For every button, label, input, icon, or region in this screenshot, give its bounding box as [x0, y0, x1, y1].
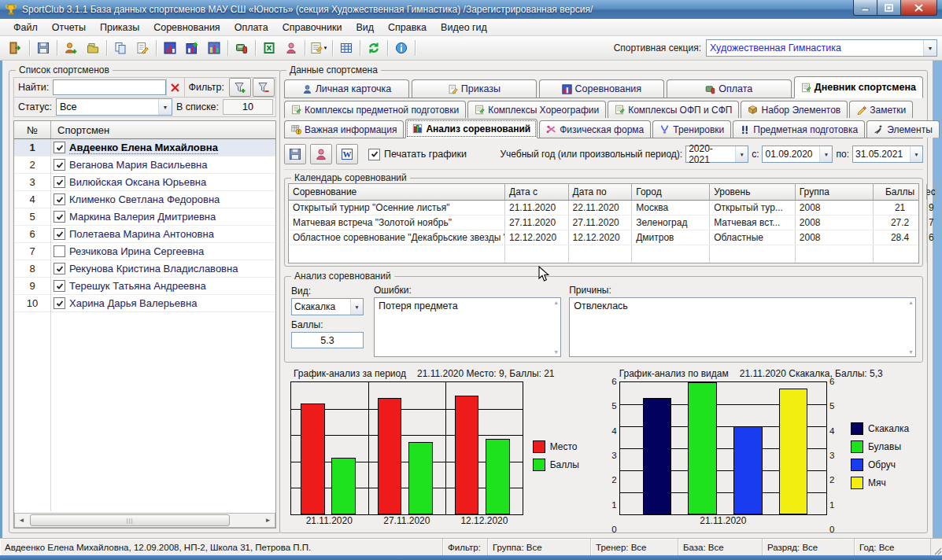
column-header[interactable]: Баллы: [874, 184, 928, 200]
athlete-checkbox[interactable]: [54, 297, 65, 309]
athlete-row[interactable]: 6Полетаева Марина Антоновна: [14, 226, 275, 243]
scroll-up-icon[interactable]: ▲: [908, 300, 914, 305]
tab-2[interactable]: Комплексы Хореографии: [467, 101, 606, 118]
athlete-checkbox[interactable]: [54, 159, 65, 171]
table-row[interactable]: Матчевая встреча "Золотой ноябрь"27.11.2…: [289, 216, 918, 230]
status-combobox[interactable]: Все ▼: [56, 98, 172, 116]
chart-columns-button[interactable]: [203, 38, 225, 58]
menu-item-4[interactable]: Соревнования: [146, 20, 227, 35]
athlete-report-button[interactable]: [280, 38, 302, 58]
column-header-num[interactable]: №: [14, 121, 51, 138]
reasons-textarea[interactable]: Отвлеклась ▲ ▼: [569, 297, 916, 357]
scroll-down-icon[interactable]: ▼: [553, 349, 559, 355]
athlete-row[interactable]: 8Рекунова Кристина Владиславовна: [14, 260, 275, 278]
chevron-down-icon[interactable]: ▼: [158, 99, 172, 115]
add-athlete-button[interactable]: [60, 38, 82, 58]
scroll-up-icon[interactable]: ▲: [553, 300, 559, 305]
copy-button[interactable]: [109, 38, 131, 58]
to-date-combobox[interactable]: 31.05.2021 ▼: [852, 146, 923, 163]
table-row[interactable]: Открытый турнир "Осенние листья"21.11.20…: [289, 201, 918, 216]
menu-item-7[interactable]: Вид: [349, 20, 381, 35]
scrollbar-thumb[interactable]: |||: [30, 514, 230, 526]
tab-5[interactable]: Дневник спортсмена: [794, 76, 923, 98]
refresh-button[interactable]: [363, 38, 385, 58]
tab-4[interactable]: Набор Элементов: [741, 101, 848, 118]
chevron-down-icon[interactable]: ▼: [323, 46, 328, 50]
from-date-combobox[interactable]: 01.09.2020 ▼: [762, 146, 833, 163]
tab-1[interactable]: Комплексы предметной подготовки: [284, 101, 466, 118]
menu-item-2[interactable]: Отчеты: [45, 20, 93, 35]
athlete-checkbox[interactable]: [54, 280, 65, 292]
edit-document-button[interactable]: [131, 38, 153, 58]
chart-add-button[interactable]: [181, 38, 203, 58]
chevron-down-icon[interactable]: ▼: [923, 40, 936, 56]
tab-2[interactable]: Приказы: [412, 79, 537, 98]
menu-item-9[interactable]: Видео гид: [434, 20, 494, 35]
tab-3[interactable]: Физическая форма: [539, 120, 651, 138]
athlete-checkbox[interactable]: [54, 142, 65, 153]
scroll-left-icon[interactable]: ◄: [15, 514, 28, 527]
column-header[interactable]: Дата по: [569, 184, 633, 200]
restore-button[interactable]: [877, 0, 900, 16]
chevron-down-icon[interactable]: ▼: [735, 146, 748, 162]
tab-2[interactable]: Анализ соревнований: [405, 119, 537, 138]
scroll-down-icon[interactable]: ▼: [908, 349, 914, 355]
filter-remove-button[interactable]: [253, 78, 275, 97]
menu-item-5[interactable]: Оплата: [227, 20, 275, 35]
tab-6[interactable]: Элементы: [866, 120, 940, 138]
tab-3[interactable]: Соревнования: [539, 79, 664, 98]
diary-word-export-button[interactable]: W: [336, 144, 358, 164]
filter-add-button[interactable]: [229, 78, 251, 97]
athlete-checkbox[interactable]: [54, 193, 65, 205]
chevron-down-icon[interactable]: ▼: [819, 146, 832, 162]
cash-register-button[interactable]: [231, 38, 253, 58]
chevron-down-icon[interactable]: ▼: [910, 146, 922, 162]
athlete-row[interactable]: 2Веганова Мария Васильевна: [14, 157, 275, 174]
excel-button[interactable]: [258, 38, 280, 58]
tab-4[interactable]: Оплата: [667, 79, 792, 98]
menu-item-8[interactable]: Справка: [381, 20, 434, 35]
athlete-checkbox[interactable]: [54, 176, 65, 188]
athlete-row[interactable]: 4Клименко Светлана Федоровна: [14, 191, 275, 208]
column-header[interactable]: Дата с: [505, 184, 569, 200]
search-input[interactable]: [53, 79, 165, 95]
diary-athlete-button[interactable]: [310, 144, 332, 164]
menu-item-3[interactable]: Приказы: [93, 20, 146, 35]
year-combobox[interactable]: 2020-2021 ▼: [685, 146, 748, 163]
close-button[interactable]: [900, 0, 937, 16]
tab-3[interactable]: Комплексы ОФП и СФП: [608, 101, 739, 118]
column-header[interactable]: Группа: [796, 184, 874, 200]
column-header[interactable]: Уровень: [710, 184, 796, 200]
scroll-right-icon[interactable]: ►: [261, 514, 275, 527]
tab-1[interactable]: Важная информация: [284, 120, 404, 138]
athlete-checkbox[interactable]: [54, 263, 65, 274]
athlete-row[interactable]: 10Харина Дарья Валерьевна: [14, 295, 275, 312]
menu-item-6[interactable]: Справочники: [275, 20, 349, 35]
athlete-row[interactable]: 7Резчикова Ирина Сергеевна: [14, 243, 275, 260]
athlete-checkbox[interactable]: [54, 245, 65, 257]
tab-5[interactable]: Заметки: [849, 101, 913, 118]
chevron-down-icon[interactable]: ▼: [350, 299, 363, 315]
column-header[interactable]: Место: [927, 184, 936, 200]
athlete-row[interactable]: 3Вилюйская Оксана Юрьевна: [14, 174, 275, 191]
column-header[interactable]: Соревнование: [289, 184, 505, 200]
errors-textarea[interactable]: Потеря предмета ▲ ▼: [374, 297, 561, 357]
print-charts-checkbox[interactable]: Печатать графики: [368, 149, 467, 160]
diary-save-button[interactable]: [284, 144, 306, 164]
save-button[interactable]: [32, 38, 54, 58]
notes-menu-button[interactable]: ▼: [308, 38, 330, 58]
info-button[interactable]: [390, 38, 412, 58]
tab-5[interactable]: Предметная подготовка: [733, 120, 865, 138]
horizontal-scrollbar[interactable]: ◄ ||| ►: [14, 513, 275, 528]
apparatus-combobox[interactable]: Скакалка ▼: [291, 298, 364, 315]
section-combobox[interactable]: Художественная Гимнастика ▼: [706, 39, 937, 57]
column-header[interactable]: Город: [632, 184, 710, 200]
resize-grip-icon[interactable]: [931, 539, 942, 555]
athlete-row[interactable]: 9Терешук Татьяна Андреевна: [14, 278, 275, 295]
chart-red-button[interactable]: [159, 38, 181, 58]
minimize-button[interactable]: [853, 0, 877, 16]
athlete-checkbox[interactable]: [54, 228, 65, 240]
exit-door-button[interactable]: [5, 38, 27, 58]
archive-folder-button[interactable]: [82, 38, 104, 58]
clear-search-button[interactable]: [166, 79, 184, 96]
